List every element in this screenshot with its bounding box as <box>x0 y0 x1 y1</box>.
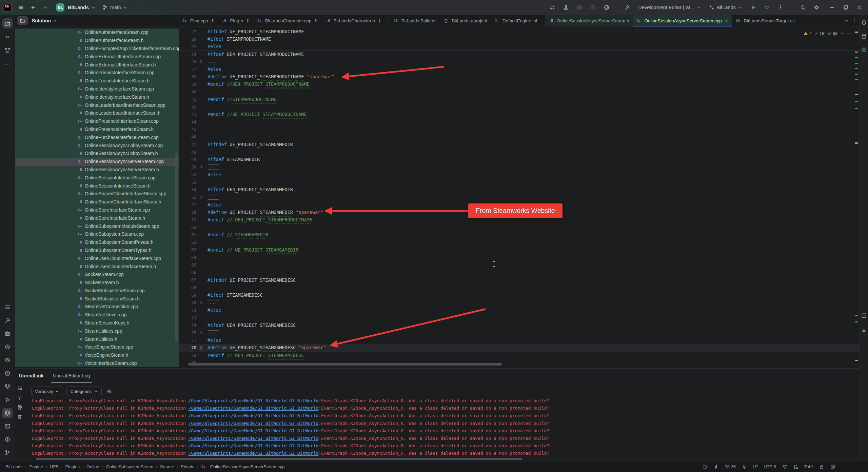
sync-icon[interactable] <box>550 5 555 10</box>
line-number[interactable]: 70 <box>179 300 196 305</box>
file-item[interactable]: C+OnlineSessionAsyncServerSteam.cpp <box>15 158 179 166</box>
gear-icon[interactable] <box>106 389 112 394</box>
line-number[interactable]: 44 <box>179 119 196 124</box>
solution-scrollbar[interactable] <box>175 152 178 342</box>
tool-playo-button[interactable] <box>2 395 13 405</box>
tool-clock-button[interactable] <box>2 342 13 352</box>
code-area[interactable]: 27#ifndef UE_PROJECT_STEAMPRODUCTNAME29#… <box>179 26 860 368</box>
play-icon[interactable] <box>751 5 756 10</box>
main-menu-button[interactable] <box>15 2 27 13</box>
line-number[interactable]: 79 <box>179 353 196 358</box>
cube-icon[interactable] <box>590 5 596 10</box>
run-configuration-selector[interactable]: BitLands <box>706 2 746 13</box>
code-line[interactable]: 48 <box>179 148 860 156</box>
code-line[interactable]: 72#else <box>179 306 860 314</box>
file-item[interactable]: .HOnlinePresenceInterfaceSteam.h <box>15 125 179 134</box>
tool-pie-button[interactable] <box>2 355 13 365</box>
run-button[interactable] <box>747 2 760 13</box>
code-line[interactable]: 50... <box>179 163 860 171</box>
file-item[interactable]: C+OnlineIdentityInterfaceSteam.cpp <box>15 85 179 93</box>
gutter[interactable] <box>196 59 206 64</box>
status-at[interactable]: @ <box>742 464 747 470</box>
code-line[interactable]: 65 <box>179 261 860 269</box>
bug-icon[interactable] <box>764 5 770 10</box>
code-line[interactable]: 37#else <box>179 65 860 73</box>
code-line[interactable]: 54#ifdef UE4_PROJECT_STEAMGAMEDIR <box>179 186 860 193</box>
code-line[interactable]: 69#ifdef STEAMGAMEDESC <box>179 291 860 299</box>
stripe-mark[interactable] <box>855 79 858 80</box>
editor-tab[interactable]: .HOnlineSessionAsyncServerSteam.h <box>545 15 633 26</box>
more-vert-icon[interactable] <box>852 19 856 23</box>
file-item[interactable]: .HOnlineSubsystemSteamPrivate.h <box>15 238 179 247</box>
tool-problem-button[interactable] <box>2 434 13 445</box>
chevr-icon[interactable] <box>199 165 203 169</box>
line-number[interactable]: 62 <box>179 240 196 245</box>
line-number[interactable]: 63 <box>179 247 196 252</box>
file-item[interactable]: .HOnlineExternalUIInterfaceSteam.h <box>15 61 179 69</box>
hammer-icon[interactable] <box>625 5 630 10</box>
editor-tab[interactable]: C#BitLandsServer.Target.cs <box>732 15 798 26</box>
stripe-mark[interactable] <box>855 57 858 58</box>
line-number[interactable]: 74 <box>179 322 196 328</box>
cube-icon[interactable] <box>577 5 582 10</box>
gear-icon[interactable] <box>814 5 819 10</box>
line-number[interactable]: 46 <box>179 134 196 139</box>
stripe-mark[interactable] <box>855 32 858 33</box>
code-line[interactable]: 38#define UE_PROJECT_STEAMPRODUCTNAME "s… <box>179 73 860 80</box>
file-item[interactable]: .HOnlineFriendsInterfaceSteam.h <box>15 77 179 85</box>
db-icon[interactable] <box>861 33 867 39</box>
status-nabla[interactable] <box>782 464 787 470</box>
code-line[interactable]: 79#endif // UE4_PROJECT_STEAMGAMEDESC <box>179 352 860 359</box>
file-item[interactable]: C+OnlineFriendsInterfaceSteam.cpp <box>15 69 179 77</box>
bell-icon[interactable] <box>861 20 867 26</box>
line-number[interactable]: 49 <box>179 157 196 162</box>
code-line[interactable]: 74#ifdef UE4_PROJECT_STEAMGAMEDESC <box>179 321 860 329</box>
breadcrumb-file[interactable]: OnlineSessionAsyncServerSteam.cpp <box>210 464 285 469</box>
next-problem-button[interactable] <box>847 31 852 36</box>
tool-branch-button[interactable] <box>2 448 13 458</box>
file-item[interactable]: C+OnlineLeaderboardInterfaceSteam.cpp <box>15 101 179 109</box>
forward-button[interactable] <box>39 2 52 13</box>
status-dashcircle[interactable] <box>702 464 708 470</box>
max-icon[interactable] <box>843 5 848 10</box>
line-number[interactable]: 77 <box>179 338 196 343</box>
close-button[interactable] <box>853 2 865 13</box>
tool-terminal-button[interactable] <box>2 421 13 431</box>
log-output[interactable]: LogBlueprint: ProxyFactoryClass null in … <box>32 397 856 457</box>
hot-reload-button[interactable] <box>560 2 572 13</box>
tool-structure-button[interactable] <box>2 45 13 56</box>
code-line[interactable]: 34#ifdef UE4_PROJECT_STEAMPRODUCTNAME <box>179 51 860 58</box>
code-line[interactable]: 66 <box>179 269 860 276</box>
file-item[interactable]: C+OnlineUserCloudInterfaceSteam.cpp <box>15 254 179 262</box>
code-line[interactable]: 32#else <box>179 43 860 50</box>
pin-icon[interactable] <box>245 19 250 23</box>
file-item[interactable]: .HOnlineSubsystemSteamTypes.h <box>15 247 179 255</box>
line-number[interactable]: 32 <box>179 44 196 49</box>
file-item[interactable]: .HSocketsSteam.h <box>15 279 179 287</box>
chev-icon[interactable] <box>844 19 849 23</box>
line-number[interactable]: 37 <box>179 67 196 72</box>
stripe-mark[interactable] <box>855 68 858 69</box>
at-icon[interactable]: @ <box>742 464 747 470</box>
status-shield[interactable] <box>830 464 835 470</box>
debug-button[interactable] <box>761 2 773 13</box>
file-item[interactable]: C+VoiceEngineSteam.cpp <box>15 343 179 351</box>
stripe-mark[interactable] <box>855 142 858 144</box>
typos-count[interactable]: 63 <box>827 31 837 36</box>
settings-button[interactable] <box>810 2 823 13</box>
line-number[interactable]: 57 <box>179 202 196 207</box>
gutter[interactable] <box>196 165 206 169</box>
breadcrumb-item[interactable]: Plugins <box>65 464 80 469</box>
stripe-mark[interactable] <box>855 52 858 53</box>
line-number[interactable]: 73 <box>179 315 196 320</box>
line-number[interactable]: 40 <box>179 89 196 94</box>
line-number[interactable]: 78 <box>179 345 196 350</box>
package-button[interactable] <box>587 2 599 13</box>
pin-icon[interactable] <box>211 19 215 23</box>
file-item[interactable]: .HOnlineAuthInterfaceSteam.h <box>15 37 179 45</box>
flask-icon[interactable] <box>563 5 569 10</box>
ai-icon[interactable] <box>861 47 867 53</box>
code-line[interactable]: 43#endif //UE_PROJECT_STEAMPRODUCTNAME <box>179 111 860 118</box>
editor-tab[interactable]: .HPing.h <box>219 15 254 26</box>
line-number[interactable]: 27 <box>179 29 196 34</box>
